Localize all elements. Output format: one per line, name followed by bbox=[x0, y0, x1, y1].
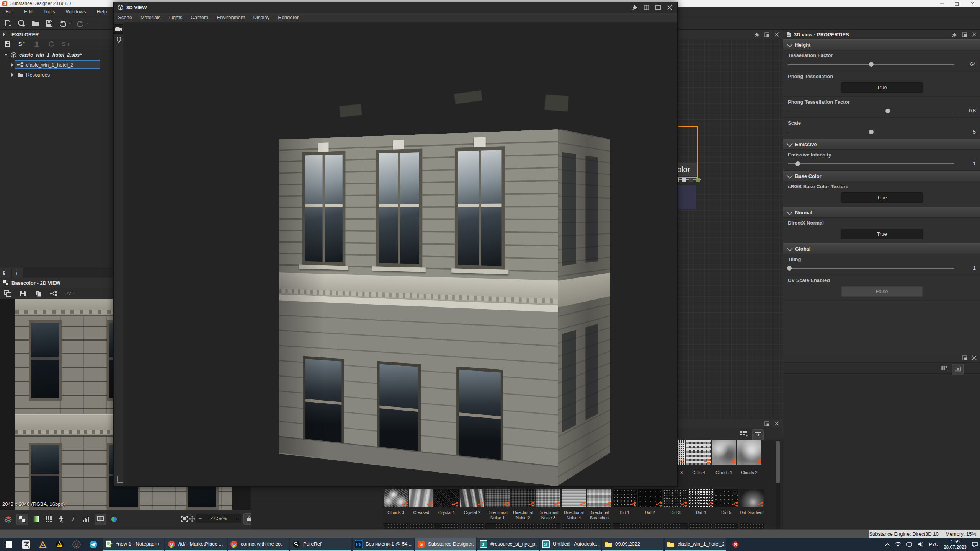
undo-menu-chevron-icon[interactable] bbox=[69, 23, 71, 24]
triangle-app-launcher[interactable] bbox=[34, 538, 51, 551]
clock[interactable]: 1:59 28.07.2023 bbox=[944, 539, 967, 550]
view3d-maximize-icon[interactable] bbox=[655, 4, 661, 10]
taskbar-button-connct-with-the-co-[interactable]: connct with the co... bbox=[228, 538, 289, 551]
redo-button[interactable] bbox=[76, 19, 85, 28]
library-item-directional-noise-2[interactable] bbox=[511, 489, 535, 507]
library-item-partial[interactable] bbox=[384, 523, 408, 529]
twist-icon[interactable] bbox=[10, 63, 15, 67]
taskbar-button-09-09-2022[interactable]: 09.09.2022 bbox=[602, 538, 663, 551]
view3d-close-icon[interactable] bbox=[666, 4, 673, 10]
view3d-pin-icon[interactable] bbox=[632, 4, 638, 10]
tray-chevron-icon[interactable] bbox=[885, 543, 890, 546]
toggle-button[interactable]: True bbox=[841, 82, 923, 93]
library-item-directional-noise-1[interactable] bbox=[485, 489, 510, 507]
taskbar-button-untitled-autodesk-[interactable]: 3Untitled - Autodesk... bbox=[540, 538, 601, 551]
close-button[interactable] bbox=[965, 0, 980, 7]
library-item-partial[interactable] bbox=[485, 523, 510, 529]
library-item-crystal-1[interactable] bbox=[434, 489, 459, 507]
cast-icon[interactable] bbox=[906, 542, 912, 547]
reload-icon[interactable] bbox=[47, 39, 56, 49]
section-global[interactable]: Global bbox=[783, 243, 980, 254]
save-image-icon[interactable] bbox=[18, 289, 28, 298]
mannequin-icon[interactable] bbox=[57, 515, 66, 524]
library-item-dirt-3[interactable] bbox=[663, 489, 688, 507]
skull-app-launcher[interactable] bbox=[68, 538, 85, 551]
menu-file[interactable]: File bbox=[0, 7, 19, 17]
library-item-cells-4[interactable] bbox=[686, 440, 711, 465]
camera-icon[interactable] bbox=[114, 24, 123, 34]
library-scrollbar[interactable] bbox=[776, 440, 780, 529]
open-button[interactable] bbox=[31, 19, 40, 28]
minimize-button[interactable] bbox=[934, 0, 949, 7]
screens-icon[interactable] bbox=[3, 289, 12, 298]
br-view-mode-icon[interactable] bbox=[941, 365, 950, 374]
redo-menu-chevron-icon[interactable] bbox=[87, 23, 89, 24]
graph-pin-icon[interactable] bbox=[754, 31, 760, 37]
view3d-titlebar[interactable]: 3D VIEW bbox=[114, 2, 677, 13]
br-close-icon[interactable] bbox=[971, 355, 977, 361]
copy-image-icon[interactable] bbox=[34, 289, 43, 298]
library-item-partial[interactable] bbox=[740, 523, 764, 529]
properties-close-icon[interactable] bbox=[971, 31, 977, 37]
tiling-grid-icon[interactable] bbox=[44, 515, 53, 524]
menu-edit[interactable]: Edit bbox=[19, 7, 38, 17]
library-item-partial[interactable] bbox=[663, 523, 688, 529]
library-item-directional-noise-4[interactable] bbox=[562, 489, 586, 507]
library-item-dirt-gradient[interactable] bbox=[740, 489, 764, 507]
properties-pin-icon[interactable] bbox=[951, 31, 957, 37]
view3d-menu-renderer[interactable]: Renderer bbox=[274, 13, 303, 23]
gradient-icon[interactable] bbox=[31, 515, 41, 524]
library-close-icon[interactable] bbox=[774, 421, 780, 427]
menu-help[interactable]: Help bbox=[91, 7, 112, 17]
notification-icon[interactable] bbox=[972, 542, 978, 547]
view3d-menu-environment[interactable]: Environment bbox=[213, 13, 249, 23]
library-item-partial[interactable] bbox=[511, 523, 535, 529]
taskbar-button--td-marketplace-[interactable]: /td/ - MarketPlace ... bbox=[165, 538, 227, 551]
library-thumbnail-toggle[interactable] bbox=[752, 429, 764, 441]
twist-icon[interactable] bbox=[3, 54, 8, 56]
export-icon[interactable] bbox=[32, 39, 41, 49]
new-from-template-button[interactable] bbox=[17, 19, 26, 28]
menu-tools[interactable]: Tools bbox=[38, 7, 60, 17]
properties-float-icon[interactable] bbox=[961, 31, 967, 37]
zoom-in-button[interactable]: + bbox=[233, 515, 241, 521]
zbrush-launcher[interactable] bbox=[18, 538, 34, 551]
slider-handle[interactable] bbox=[787, 266, 792, 271]
taskbar-button-clasic-win-1-hotel-2[interactable]: clasic_win_1_hotel_2 bbox=[665, 538, 726, 551]
library-item-partial[interactable] bbox=[434, 523, 459, 529]
histogram-icon[interactable] bbox=[82, 515, 91, 524]
section-normal[interactable]: Normal bbox=[783, 207, 980, 218]
library-item-creased[interactable] bbox=[409, 489, 433, 507]
view3d-menu-materials[interactable]: Materials bbox=[136, 13, 165, 23]
library-item-clouds-3[interactable] bbox=[384, 489, 408, 507]
taskbar-button--resource-st-nyc-p-[interactable]: 3#resource_st_nyc_p... bbox=[477, 538, 539, 551]
slider-handle[interactable] bbox=[869, 62, 874, 67]
save-all-button[interactable] bbox=[44, 19, 54, 28]
view3d-menu-lights[interactable]: Lights bbox=[165, 13, 187, 23]
view3d-split-icon[interactable] bbox=[644, 4, 650, 10]
library-item-clouds-2[interactable] bbox=[737, 440, 761, 465]
language-indicator[interactable]: РУС bbox=[929, 542, 938, 547]
library-item-partial[interactable] bbox=[536, 523, 560, 529]
info-icon[interactable]: i bbox=[69, 515, 78, 524]
zoom-value[interactable]: 27.59% bbox=[204, 515, 233, 521]
wifi-icon[interactable] bbox=[895, 542, 901, 547]
section-emissive[interactable]: Emissive bbox=[783, 139, 980, 150]
undo-button[interactable] bbox=[58, 19, 67, 28]
slider-track[interactable] bbox=[788, 111, 954, 111]
circle-a-app-launcher[interactable] bbox=[51, 538, 68, 551]
library-item-directional-noise-3[interactable] bbox=[536, 489, 560, 507]
slider-handle[interactable] bbox=[869, 130, 874, 134]
library-item-partial[interactable] bbox=[689, 523, 713, 529]
library-item-partial[interactable] bbox=[562, 523, 586, 529]
graph-close-icon[interactable] bbox=[774, 31, 780, 37]
library-item-3[interactable] bbox=[677, 440, 685, 465]
library-item-partial[interactable] bbox=[638, 523, 662, 529]
linked-graph-icon[interactable] bbox=[49, 289, 58, 298]
update-package-icon[interactable]: S bbox=[61, 39, 70, 49]
volume-icon[interactable] bbox=[918, 542, 924, 547]
library-item-dirt-2[interactable] bbox=[638, 489, 662, 507]
library-item-partial[interactable] bbox=[612, 523, 637, 529]
library-item-dirt-1[interactable] bbox=[612, 489, 637, 507]
graph-float-icon[interactable] bbox=[764, 31, 770, 37]
